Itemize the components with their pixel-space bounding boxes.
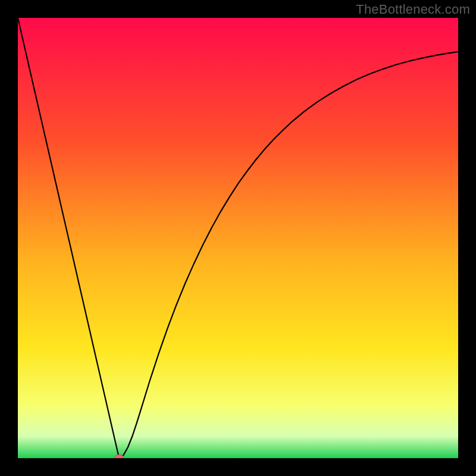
gradient-background bbox=[18, 18, 458, 458]
watermark-text: TheBottleneck.com bbox=[356, 2, 470, 17]
chart-frame: TheBottleneck.com bbox=[0, 0, 476, 476]
bottleneck-curve-chart bbox=[18, 18, 458, 458]
plot-area bbox=[18, 18, 458, 458]
